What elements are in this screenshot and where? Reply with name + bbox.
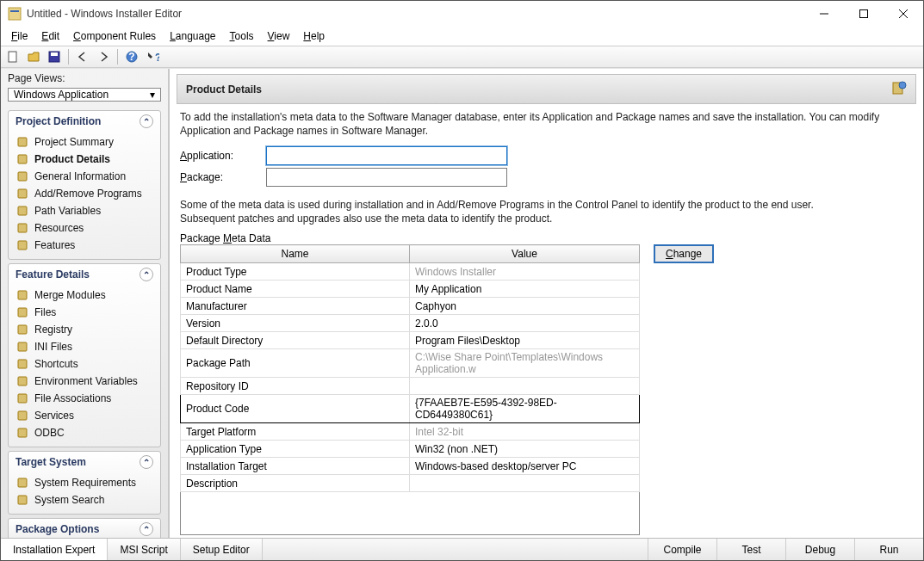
sidebar-item[interactable]: General Information <box>12 168 157 185</box>
cell-value: Caphyon <box>410 298 640 315</box>
sidebar-item[interactable]: Shortcuts <box>12 355 157 373</box>
action-debug[interactable]: Debug <box>785 539 854 560</box>
sidebar-item[interactable]: INI Files <box>12 338 157 355</box>
item-label: File Associations <box>34 392 111 404</box>
cell-value <box>410 475 640 492</box>
table-row[interactable]: Target PlatformIntel 32-bit <box>181 423 640 441</box>
item-icon <box>16 221 29 235</box>
collapse-icon[interactable] <box>140 522 153 536</box>
svg-rect-13 <box>18 155 27 163</box>
sidebar-item[interactable]: ODBC <box>12 424 157 441</box>
svg-rect-0 <box>9 8 21 20</box>
cell-value <box>410 378 640 395</box>
meta-note: Some of the meta data is used during ins… <box>180 199 817 225</box>
sidebar-item[interactable]: Merge Modules <box>12 287 157 304</box>
cell-name: Product Name <box>181 280 410 298</box>
table-row[interactable]: Product TypeWindows Installer <box>181 263 640 280</box>
save-icon[interactable] <box>46 48 63 65</box>
item-label: Product Details <box>34 153 110 165</box>
table-row[interactable]: Product NameMy Application <box>181 280 640 298</box>
sidebar-item[interactable]: File Associations <box>12 390 157 407</box>
table-caption: Package Meta Data <box>180 232 913 244</box>
item-icon <box>16 374 29 388</box>
svg-rect-29 <box>18 496 27 504</box>
cell-name: Repository ID <box>181 378 410 395</box>
open-icon[interactable] <box>25 48 42 65</box>
tab-msi-script[interactable]: MSI Script <box>108 539 180 560</box>
action-compile[interactable]: Compile <box>648 539 716 560</box>
package-input[interactable] <box>266 168 507 187</box>
sidebar-item[interactable]: Product Details <box>12 151 157 168</box>
section-header[interactable]: Package Options <box>9 519 160 538</box>
context-help-icon[interactable]: ? <box>144 48 161 65</box>
meta-table[interactable]: Name Value Product TypeWindows Installer… <box>180 244 640 535</box>
sidebar-item[interactable]: Project Summary <box>12 133 157 151</box>
cell-value: Windows Installer <box>410 263 640 280</box>
collapse-icon[interactable] <box>140 114 153 128</box>
chevron-down-icon: ▾ <box>150 89 155 101</box>
table-row[interactable]: ManufacturerCaphyon <box>181 298 640 315</box>
table-row[interactable]: Description <box>181 475 640 492</box>
sidebar-item[interactable]: Services <box>12 407 157 424</box>
cell-name: Default Directory <box>181 332 410 349</box>
item-label: Project Summary <box>34 136 114 148</box>
tab-installation-expert[interactable]: Installation Expert <box>1 539 108 560</box>
sidebar-item[interactable]: Path Variables <box>12 202 157 219</box>
section-header[interactable]: Feature Details <box>9 264 160 285</box>
sidebar-item[interactable]: Features <box>12 237 157 254</box>
change-button[interactable]: Change <box>654 244 714 263</box>
table-row[interactable]: Repository ID <box>181 378 640 395</box>
application-input[interactable] <box>266 146 507 165</box>
table-row[interactable]: Version2.0.0 <box>181 315 640 332</box>
sidebar-item[interactable]: System Requirements <box>12 474 157 491</box>
back-icon[interactable] <box>74 48 91 65</box>
minimize-button[interactable] <box>804 1 844 27</box>
table-row[interactable]: Application TypeWin32 (non .NET) <box>181 441 640 458</box>
menu-view[interactable]: View <box>263 28 295 44</box>
menu-help[interactable]: Help <box>298 28 330 44</box>
menu-language[interactable]: Language <box>164 28 220 44</box>
content-area: Product Details To add the installation'… <box>170 69 923 538</box>
maximize-button[interactable] <box>844 1 884 27</box>
help-icon[interactable]: ? <box>123 48 140 65</box>
sidebar-item[interactable]: Add/Remove Programs <box>12 185 157 202</box>
table-row[interactable]: Default DirectoryProgram Files\Desktop <box>181 332 640 349</box>
section-header[interactable]: Target System <box>9 452 160 472</box>
app-icon <box>8 7 22 21</box>
table-row[interactable]: Product Code{7FAAEB7E-E595-4392-98ED-CD6… <box>181 395 640 423</box>
sidebar-item[interactable]: Registry <box>12 321 157 338</box>
menu-file[interactable]: File <box>6 28 33 44</box>
item-label: Resources <box>34 222 84 234</box>
sidebar-item[interactable]: Resources <box>12 219 157 237</box>
collapse-icon[interactable] <box>140 455 153 469</box>
section-header[interactable]: Project Definition <box>9 111 160 132</box>
page-description: To add the installation's meta data to t… <box>180 111 913 138</box>
section-title: Project Definition <box>16 115 101 127</box>
action-run[interactable]: Run <box>854 539 923 560</box>
cell-value: 2.0.0 <box>410 315 640 332</box>
item-icon <box>16 170 29 183</box>
menu-tools[interactable]: Tools <box>225 28 259 44</box>
cell-name: Application Type <box>181 441 410 458</box>
table-row[interactable]: Installation TargetWindows-based desktop… <box>181 458 640 475</box>
item-icon <box>16 340 29 354</box>
menu-edit[interactable]: Edit <box>36 28 65 44</box>
forward-icon[interactable] <box>95 48 112 65</box>
sidebar-item[interactable]: Files <box>12 304 157 321</box>
sidebar-item[interactable]: Environment Variables <box>12 373 157 390</box>
menu-component-rules[interactable]: Component Rules <box>68 28 161 44</box>
item-icon <box>16 238 29 252</box>
col-name[interactable]: Name <box>181 245 410 263</box>
sidebar-item[interactable]: System Search <box>12 491 157 509</box>
tab-setup-editor[interactable]: Setup Editor <box>181 539 263 560</box>
collapse-icon[interactable] <box>140 268 153 281</box>
col-value[interactable]: Value <box>410 245 640 263</box>
close-button[interactable] <box>884 1 923 27</box>
svg-rect-8 <box>51 52 58 56</box>
item-icon <box>16 135 29 149</box>
table-row[interactable]: Package PathC:\Wise Share Point\Template… <box>181 349 640 378</box>
page-views-select[interactable]: Windows Application ▾ <box>8 88 161 102</box>
new-icon[interactable] <box>4 48 22 65</box>
action-test[interactable]: Test <box>716 539 785 560</box>
cell-name: Description <box>181 475 410 492</box>
